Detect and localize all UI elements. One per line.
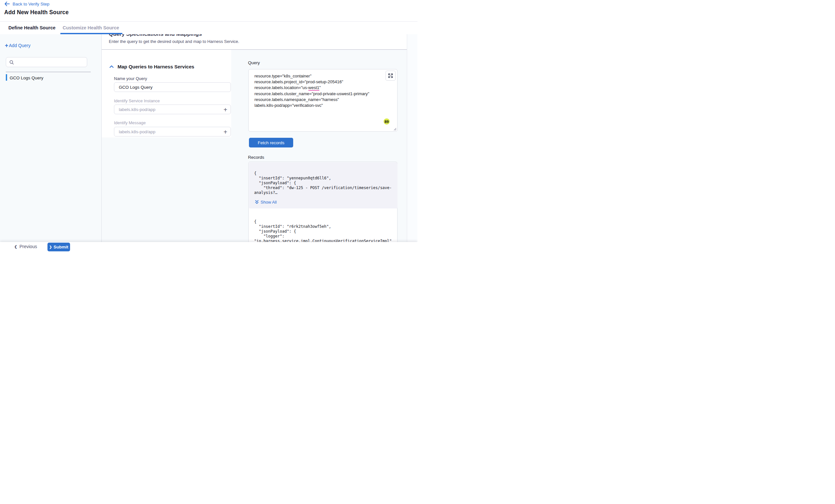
- add-query-label: Add Query: [9, 43, 31, 48]
- submit-label: Submit: [54, 245, 68, 249]
- record-item-1[interactable]: { "insertId": "yennepun0qtd6ll6", "jsonP…: [249, 162, 398, 208]
- section-heading: Query Specifications and Mappings: [109, 34, 407, 38]
- record-1-json: { "insertId": "yennepun0qtd6ll6", "jsonP…: [254, 171, 392, 195]
- map-queries-panel: Map Queries to Harness Services Name you…: [102, 50, 231, 138]
- identify-message-label: Identify Message: [114, 120, 146, 125]
- content-area: + Add Query GCO Logs Query Query Specifi…: [0, 34, 418, 242]
- name-query-label: Name your Query: [114, 76, 147, 81]
- chevron-right-icon: ❯: [49, 245, 52, 249]
- map-queries-title: Map Queries to Harness Services: [118, 64, 195, 69]
- selected-indicator-bar: [6, 74, 7, 81]
- double-chevron-down-icon: [255, 200, 259, 204]
- query-textarea[interactable]: resource.type="k8s_container"resource.la…: [248, 69, 398, 132]
- records-container: { "insertId": "yennepun0qtd6ll6", "jsonP…: [248, 162, 398, 242]
- wizard-footer: ❮ Previous ❯ Submit: [0, 242, 418, 252]
- identify-service-instance-value: labels.k8s-pod/app: [119, 107, 155, 112]
- page-header: Back to Verify Step Add New Health Sourc…: [0, 0, 418, 22]
- query-text: resource.type="k8s_container"resource.la…: [254, 73, 369, 108]
- fullscreen-expand-icon: [388, 73, 393, 78]
- records-label: Records: [248, 155, 264, 160]
- back-link-label: Back to Verify Step: [13, 2, 49, 6]
- previous-button[interactable]: ❮ Previous: [14, 244, 37, 249]
- character-count-badge: 89: [384, 119, 390, 125]
- tab-customize-health-source[interactable]: Customize Health Source: [63, 25, 119, 30]
- fetch-records-button[interactable]: Fetch records: [249, 138, 293, 147]
- name-query-value: GCO Logs Query: [119, 85, 152, 90]
- name-query-input[interactable]: GCO Logs Query: [114, 82, 231, 92]
- search-input[interactable]: [17, 59, 79, 65]
- back-to-verify-link[interactable]: Back to Verify Step: [4, 1, 49, 6]
- identify-message-input[interactable]: labels.k8s-pod/app +: [114, 127, 231, 136]
- add-service-instance-path-button[interactable]: +: [223, 106, 227, 114]
- query-search-box[interactable]: [6, 57, 87, 67]
- search-icon: [9, 60, 14, 65]
- query-label: Query: [248, 60, 260, 65]
- sidebar-item-gco-logs-query[interactable]: GCO Logs Query: [0, 74, 101, 82]
- chevron-up-icon[interactable]: [109, 65, 114, 68]
- expand-query-button[interactable]: [386, 71, 395, 81]
- sidebar-divider: [6, 71, 91, 72]
- identify-service-instance-label: Identify Service Instance: [114, 99, 160, 103]
- chevron-left-icon: ❮: [14, 245, 17, 249]
- add-message-path-button[interactable]: +: [223, 128, 227, 136]
- identify-message-value: labels.k8s-pod/app: [119, 129, 155, 134]
- section-heading-band: Query Specifications and Mappings Enter …: [102, 34, 407, 50]
- spellcheck-underline: west1: [308, 85, 319, 91]
- identify-service-instance-input[interactable]: labels.k8s-pod/app +: [114, 105, 231, 114]
- plus-icon: +: [5, 43, 8, 48]
- tab-define-health-source[interactable]: Define Health Source: [8, 25, 56, 30]
- submit-button[interactable]: ❯ Submit: [47, 243, 70, 251]
- section-subheading: Enter the query to get the desired outpu…: [109, 39, 407, 44]
- previous-label: Previous: [19, 244, 37, 249]
- add-query-button[interactable]: + Add Query: [5, 43, 30, 48]
- right-gutter: [407, 34, 418, 242]
- back-arrow-icon: [4, 2, 10, 6]
- map-queries-collapse-header[interactable]: Map Queries to Harness Services: [109, 64, 195, 69]
- page-title: Add New Health Source: [4, 9, 69, 16]
- query-item-label: GCO Logs Query: [10, 76, 43, 80]
- show-all-link[interactable]: Show All: [255, 200, 277, 205]
- show-all-label: Show All: [261, 200, 277, 205]
- card-right-border: [407, 34, 407, 242]
- record-item-2[interactable]: { "insertId": "r6rk2tnah3owf5eh", "jsonP…: [254, 219, 392, 242]
- tab-bar: Define Health Source Customize Health So…: [0, 22, 418, 34]
- resize-handle[interactable]: [393, 128, 396, 131]
